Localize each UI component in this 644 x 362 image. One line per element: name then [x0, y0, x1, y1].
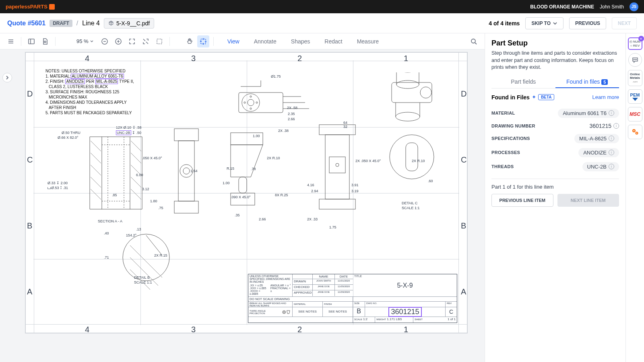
svg-point-40	[636, 59, 636, 60]
viewer-tab-shapes[interactable]: Shapes	[289, 34, 312, 49]
property-value[interactable]: UNC-2B i	[582, 162, 619, 171]
skip-to-button[interactable]: SKIP TO	[525, 17, 564, 29]
dimension-callout: DETAIL C	[402, 201, 418, 205]
learn-more-link[interactable]: Learn more	[592, 94, 619, 100]
svg-point-28	[390, 135, 434, 179]
viewer-tab-view[interactable]: View	[226, 34, 241, 49]
dimension-callout: 2.66	[288, 117, 295, 121]
next-line-item-button: NEXT LINE ITEM	[557, 194, 619, 207]
info-icon[interactable]: i	[609, 110, 614, 116]
grid-col-label: 4	[85, 325, 89, 334]
dimension-callout: .78	[251, 167, 256, 171]
svg-rect-22	[239, 177, 247, 193]
property-label: PROCESSES	[491, 150, 520, 155]
svg-rect-4	[157, 39, 162, 44]
svg-rect-29	[406, 143, 418, 171]
info-icon[interactable]: i	[609, 150, 614, 155]
panel-icon[interactable]	[25, 35, 37, 47]
chat-icon[interactable]	[628, 53, 642, 67]
dimension-callout: Ø1.75	[271, 74, 281, 78]
rail-settings[interactable]	[628, 125, 642, 139]
grid-col-label: 2	[297, 325, 302, 334]
property-row: THREADSUNC-2B i	[491, 160, 619, 174]
page-icon[interactable]	[39, 35, 51, 47]
property-label: MATERIAL	[491, 111, 515, 115]
svg-point-9	[248, 99, 254, 106]
dimension-callout: 6.00	[136, 173, 143, 177]
dimension-callout: .85	[112, 193, 117, 197]
dimension-callout: Ø.33 ↧ 2.00	[47, 181, 68, 185]
brand-logo[interactable]: paperlessPARTS	[6, 4, 55, 10]
svg-point-36	[283, 311, 286, 314]
expand-icon[interactable]	[140, 35, 152, 47]
dimension-callout: 1.00	[253, 134, 260, 138]
property-value[interactable]: ANODIZE i	[578, 148, 619, 157]
info-icon[interactable]: i	[609, 164, 614, 169]
next-button[interactable]: NEXT	[612, 17, 637, 29]
quote-link[interactable]: Quote #5601	[7, 20, 45, 27]
svg-point-6	[471, 39, 475, 43]
rail-msc[interactable]: MSC	[628, 107, 642, 121]
dimension-callout: 2X .33	[307, 217, 318, 221]
property-value[interactable]: MIL-A-8625 i	[574, 134, 619, 143]
svg-rect-26	[329, 157, 345, 173]
property-label: SPECIFICATIONS	[491, 136, 530, 141]
dimension-callout: 1.54	[190, 169, 198, 173]
viewer-toolbar: 95 % ViewAnnotateShapesRedactMeasure	[0, 33, 485, 49]
file-chip[interactable]: 5-X-9__C.pdf	[104, 18, 154, 29]
svg-rect-17	[174, 201, 198, 213]
rail-online-metals[interactable]: OnlineMetals.com	[628, 70, 642, 86]
rail-pem[interactable]: PEM	[628, 89, 642, 104]
dimension-callout: 2.35	[288, 112, 295, 116]
dimension-callout: 2X .38	[278, 129, 289, 133]
zoom-in-icon[interactable]	[112, 35, 124, 47]
drawing-sheet: 44332211DDCCBBAA NOTES: UNLESS OTHERWISE…	[25, 52, 468, 333]
canvas[interactable]: 44332211DDCCBBAA NOTES: UNLESS OTHERWISE…	[0, 49, 485, 362]
dimension-callout: 3.12	[142, 187, 149, 191]
viewer-tab-redact[interactable]: Redact	[323, 34, 344, 49]
grid-row-label: A	[27, 287, 32, 296]
chevron-down-icon	[90, 39, 94, 43]
viewer-tab-measure[interactable]: Measure	[355, 34, 380, 49]
property-label: DRAWING NUMBER	[491, 123, 535, 128]
svg-rect-15	[174, 129, 198, 141]
svg-rect-23	[319, 125, 355, 135]
property-value[interactable]: Aluminum 6061 T6 i	[558, 109, 619, 118]
svg-rect-32	[392, 82, 432, 103]
zoom-out-icon[interactable]	[99, 35, 111, 47]
grid-col-label: 2	[297, 54, 302, 63]
previous-button[interactable]: PREVIOUS	[569, 17, 606, 29]
info-icon[interactable]: i	[613, 123, 619, 129]
svg-point-19	[183, 168, 190, 174]
panel-title: Part Setup	[491, 39, 619, 47]
grid-row-label: C	[461, 155, 466, 165]
search-icon[interactable]	[468, 35, 480, 47]
svg-point-11	[250, 108, 252, 109]
previous-line-item-button[interactable]: PREVIOUS LINE ITEM	[491, 194, 553, 207]
items-count: 4 of 4 items	[489, 20, 520, 27]
expand-handle[interactable]	[2, 73, 12, 82]
grid-col-label: 3	[191, 325, 196, 334]
tab-part-fields[interactable]: Part fields	[491, 76, 555, 88]
zoom-level[interactable]: 95 %	[73, 38, 97, 44]
avatar[interactable]: JS	[630, 2, 638, 11]
breadcrumb-bar: Quote #5601 DRAFT / Line 4 5-X-9__C.pdf …	[0, 13, 644, 33]
svg-rect-14	[102, 137, 130, 209]
grid-row-label: D	[461, 89, 466, 99]
fit-icon[interactable]	[126, 35, 138, 47]
svg-point-10	[250, 96, 252, 97]
viewer-tab-annotate[interactable]: Annotate	[252, 34, 278, 49]
grid-col-label: 4	[85, 54, 89, 63]
tab-found-in-files[interactable]: Found in files5	[555, 76, 619, 88]
rail-numrev[interactable]: + ◴ NUM○ REV	[628, 37, 642, 50]
property-value[interactable]: 3601215 i	[589, 123, 619, 129]
select-icon[interactable]	[197, 35, 209, 47]
info-icon[interactable]: i	[609, 136, 614, 141]
svg-point-33	[396, 112, 420, 121]
dimension-callout: 8X R.25	[275, 193, 288, 197]
dimension-callout: 1.75	[329, 225, 336, 229]
menu-icon[interactable]	[5, 35, 17, 47]
hand-icon[interactable]	[184, 35, 196, 47]
crop-icon[interactable]	[153, 35, 165, 47]
line-label: Line 4	[82, 20, 100, 27]
